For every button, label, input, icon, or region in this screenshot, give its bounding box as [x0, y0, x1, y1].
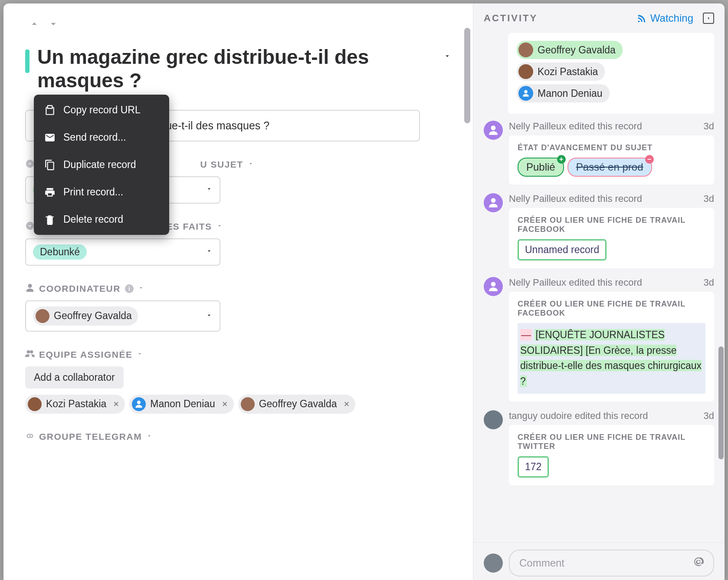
comment-input[interactable]: Comment — [509, 550, 714, 577]
team-member-name: Manon Deniau — [150, 398, 215, 410]
field-menu-caret-icon[interactable] — [216, 223, 223, 231]
plus-badge-icon: + — [557, 155, 566, 164]
linked-record[interactable]: 172 — [518, 456, 549, 478]
menu-print-label: Print record... — [63, 186, 123, 198]
team-chip[interactable]: Kozi Pastakia× — [25, 395, 125, 414]
activity-entry: Nelly Pailleux edited this record 3d CRÉ… — [484, 277, 714, 409]
record-menu-trigger[interactable] — [443, 52, 451, 62]
remove-icon[interactable]: × — [222, 399, 228, 410]
activity-time: 3d — [704, 410, 714, 422]
coordinator-select[interactable]: Geoffrey Gavalda — [25, 300, 220, 332]
avatar — [518, 64, 533, 79]
avatar — [518, 86, 533, 101]
activity-card: Geoffrey Gavalda Kozi Pastakia Manon Den… — [508, 33, 714, 114]
menu-duplicate-label: Duplicate record — [63, 159, 136, 171]
activity-field-name: ÉTAT D'AVANCEMENT DU SUJET — [518, 143, 705, 152]
activity-entry: Nelly Pailleux edited this record 3d ÉTA… — [484, 121, 714, 191]
trash-icon — [44, 214, 56, 225]
scrollbar-thumb[interactable] — [718, 346, 724, 459]
info-icon[interactable]: i — [125, 284, 134, 293]
activity-feed[interactable]: Geoffrey Gavalda Kozi Pastakia Manon Den… — [473, 33, 725, 542]
chevron-down-icon — [206, 185, 213, 194]
activity-line: Nelly Pailleux edited this record — [509, 193, 642, 204]
menu-copy-url[interactable]: Copy record URL — [34, 96, 169, 124]
team-member-name: Geoffrey Gavalda — [259, 398, 337, 410]
record-title[interactable]: Un magazine grec distribue-t-il des masq… — [37, 45, 436, 92]
record-context-menu: Copy record URL Send record... Duplicate… — [34, 95, 169, 235]
mention-icon[interactable] — [693, 557, 704, 570]
next-record-icon[interactable] — [48, 18, 59, 31]
avatar — [484, 277, 503, 296]
current-user-avatar — [484, 554, 503, 573]
activity-time: 3d — [704, 277, 714, 288]
activity-field-name: CRÉER OU LIER UNE FICHE DE TRAVAIL FACEB… — [518, 300, 705, 318]
watching-label: Watching — [650, 12, 693, 24]
name-input-value: ue-t-il des masques ? — [166, 119, 269, 132]
print-icon — [44, 187, 56, 198]
watching-toggle[interactable]: Watching — [636, 12, 693, 24]
field-menu-caret-icon[interactable] — [137, 351, 143, 359]
activity-line: tanguy oudoire edited this record — [509, 410, 648, 422]
chevron-down-icon — [206, 312, 213, 320]
activity-time: 3d — [704, 193, 714, 204]
chevron-down-icon — [206, 247, 213, 256]
duplicate-icon — [44, 159, 56, 171]
mail-icon — [44, 132, 56, 143]
menu-print-record[interactable]: Print record... — [34, 178, 169, 206]
activity-time: 3d — [704, 121, 714, 132]
team-chip[interactable]: Geoffrey Gavalda× — [238, 395, 356, 414]
menu-send-label: Send record... — [63, 132, 126, 143]
linked-record[interactable]: Unnamed record — [518, 239, 607, 260]
activity-header-title: ACTIVITY — [484, 13, 538, 24]
team-chip[interactable]: Manon Deniau× — [129, 395, 233, 414]
diff-added: [ENQUÊTE JOURNALISTES SOLIDAIRES] [En Gr… — [520, 329, 702, 387]
avatar — [36, 309, 49, 323]
avatar — [132, 397, 146, 411]
field-menu-caret-icon[interactable] — [146, 433, 152, 441]
activity-chip: Geoffrey Gavalda — [517, 41, 623, 59]
record-main: Un magazine grec distribue-t-il des masq… — [3, 3, 473, 580]
menu-delete-label: Delete record — [63, 214, 123, 225]
activity-line: Nelly Pailleux edited this record — [509, 277, 642, 288]
field-menu-caret-icon[interactable] — [248, 161, 254, 168]
diff-removed: — — [520, 329, 532, 340]
comment-bar: Comment — [473, 542, 725, 580]
comment-placeholder: Comment — [519, 557, 564, 569]
menu-delete-record[interactable]: Delete record — [34, 206, 169, 233]
dropdown-field-icon — [25, 159, 35, 170]
team-field-label: EQUIPE ASSIGNÉE — [39, 349, 132, 360]
collapse-sidebar-icon[interactable] — [703, 13, 714, 24]
avatar — [484, 410, 503, 429]
field-menu-caret-icon[interactable] — [138, 285, 144, 293]
verification-select[interactable]: Debunké — [25, 238, 220, 266]
coordinator-value: Geoffrey Gavalda — [54, 310, 132, 322]
person-field-icon — [25, 283, 35, 294]
avatar — [484, 193, 503, 212]
menu-duplicate-record[interactable]: Duplicate record — [34, 151, 169, 178]
menu-copy-label: Copy record URL — [63, 104, 141, 116]
team-member-name: Kozi Pastakia — [46, 398, 106, 410]
avatar — [484, 121, 503, 140]
activity-field-name: CRÉER OU LIER UNE FICHE DE TRAVAIL TWITT… — [518, 433, 705, 451]
add-collaborator-button[interactable]: Add a collaborator — [25, 366, 124, 389]
menu-send-record[interactable]: Send record... — [34, 124, 169, 151]
prev-record-icon[interactable] — [29, 18, 40, 31]
record-color-bar — [25, 49, 30, 73]
record-window: Un magazine grec distribue-t-il des masq… — [3, 3, 725, 580]
remove-icon[interactable]: × — [113, 399, 119, 410]
remove-icon[interactable]: × — [344, 399, 350, 410]
scrollbar-thumb[interactable] — [464, 28, 470, 123]
activity-chip: Kozi Pastakia — [517, 63, 605, 81]
activity-line: Nelly Pailleux edited this record — [509, 121, 642, 132]
avatar — [518, 43, 533, 57]
avatar — [241, 397, 255, 411]
clipboard-icon — [44, 105, 56, 116]
status-added: Publié+ — [518, 158, 564, 177]
record-nav — [29, 18, 59, 31]
link-field-icon — [25, 431, 35, 442]
rss-icon — [636, 13, 646, 23]
dropdown-field-icon — [25, 221, 35, 232]
team-chips: Kozi Pastakia× Manon Deniau× Geoffrey Ga… — [25, 395, 451, 414]
activity-sidebar: ACTIVITY Watching Geoffrey Gavalda Kozi … — [473, 3, 725, 580]
minus-badge-icon: − — [645, 155, 654, 164]
